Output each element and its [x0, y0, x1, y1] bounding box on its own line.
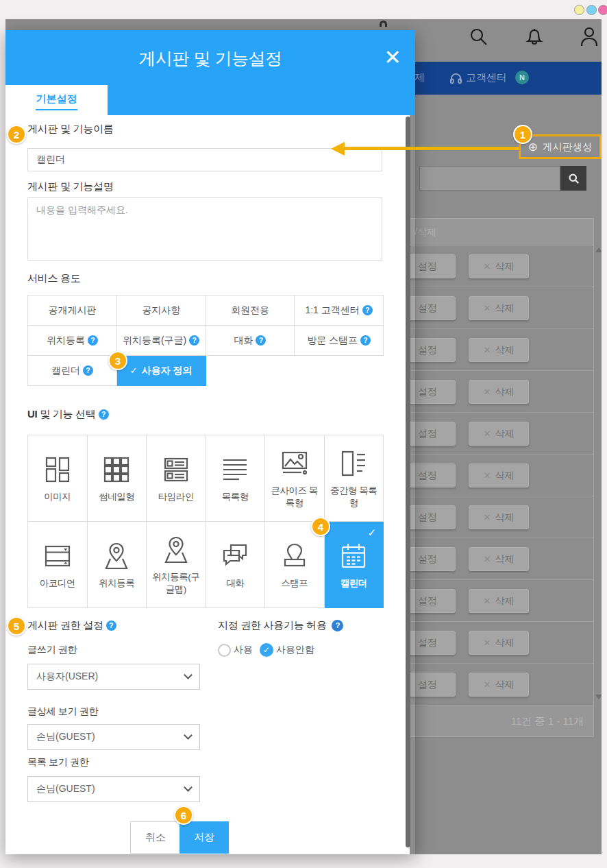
chevron-down-icon: [184, 671, 193, 679]
nav-item-customer-center[interactable]: 고객센터: [466, 71, 507, 84]
ui-option-10[interactable]: 대화: [206, 522, 266, 608]
service-option-5[interactable]: 위치등록?: [28, 326, 117, 356]
service-option-10[interactable]: ✓사용자 정의: [117, 356, 206, 386]
x-icon: ✕: [484, 429, 491, 439]
row-delete-button[interactable]: ✕삭제: [469, 589, 529, 613]
ui-select-label: UI 및 기능 선택?: [27, 408, 109, 421]
chevron-down-icon: [184, 731, 193, 740]
search-icon[interactable]: [467, 25, 489, 47]
ui-option-label: 큰사이즈 목록형: [267, 485, 322, 509]
ui-option-12[interactable]: 캘린더✓: [325, 522, 384, 608]
board-desc-textarea[interactable]: [27, 197, 382, 261]
ui-option-1[interactable]: 이미지: [28, 435, 88, 522]
service-option-label: 위치등록: [47, 335, 85, 347]
modal-scrollbar-thumb[interactable]: [406, 117, 410, 847]
scroll-up-icon[interactable]: [595, 248, 602, 252]
row-delete-label: 삭제: [495, 511, 514, 524]
plus-circle-icon: ⊕: [528, 141, 538, 153]
cancel-button[interactable]: 취소: [130, 821, 181, 854]
ui-option-4[interactable]: 목록형: [206, 435, 266, 522]
scroll-down-icon[interactable]: [595, 695, 602, 699]
service-option-label: 1:1 고객센터: [305, 304, 359, 317]
ui-option-label: 대화: [226, 577, 244, 590]
row-delete-button[interactable]: ✕삭제: [469, 547, 529, 571]
service-option-3[interactable]: 회원전용: [206, 296, 295, 326]
help-icon[interactable]: ?: [362, 305, 373, 315]
profile-icon[interactable]: [578, 25, 600, 47]
service-option-1[interactable]: 공개게시판: [28, 296, 117, 326]
list-view-permission-value: 손님(GUEST): [36, 783, 95, 795]
list-view-permission-select[interactable]: 손님(GUEST): [27, 776, 200, 802]
board-name-input[interactable]: [27, 148, 382, 171]
row-delete-button[interactable]: ✕삭제: [469, 338, 529, 362]
service-option-6[interactable]: 위치등록(구글)?: [117, 326, 206, 356]
service-option-label: 회원전용: [231, 304, 269, 317]
ui-option-9[interactable]: 위치등록(구글맵): [147, 522, 206, 608]
ui-option-3[interactable]: 타임라인: [147, 435, 206, 522]
detail-view-permission-select[interactable]: 손님(GUEST): [27, 724, 200, 750]
accordion-icon: [42, 541, 73, 571]
row-delete-button[interactable]: ✕삭제: [469, 422, 529, 446]
ui-option-5[interactable]: 큰사이즈 목록형: [265, 435, 325, 522]
row-delete-label: 삭제: [495, 344, 514, 357]
help-icon[interactable]: ?: [189, 335, 199, 346]
help-icon[interactable]: ?: [106, 620, 116, 631]
help-icon[interactable]: ?: [88, 335, 98, 346]
service-option-2[interactable]: 공지사항: [117, 296, 206, 326]
list-view-permission-label: 목록 보기 권한: [27, 756, 88, 769]
service-option-label: 캘린더: [51, 365, 80, 377]
ui-option-label: 위치등록(구글맵): [149, 571, 203, 596]
window-dot-blue[interactable]: [586, 5, 597, 15]
chevron-down-icon: [184, 783, 193, 792]
map-pin-google-icon: [161, 535, 191, 565]
radio-no-use-label[interactable]: 사용안함: [276, 644, 314, 656]
tab-basic-settings[interactable]: 기본설정: [5, 85, 108, 115]
board-search-button[interactable]: [560, 166, 586, 191]
window-dot-pink[interactable]: [598, 5, 607, 15]
service-option-7[interactable]: 대화?: [206, 326, 295, 356]
service-option-4[interactable]: 1:1 고객센터?: [295, 296, 384, 326]
nav-item-partial[interactable]: 제: [414, 71, 425, 84]
ui-option-label: 썸네일형: [99, 491, 134, 503]
board-permission-label-text: 게시판 권한 설정: [27, 619, 103, 631]
help-icon[interactable]: ?: [360, 335, 371, 346]
row-delete-button[interactable]: ✕삭제: [469, 380, 529, 404]
row-delete-button[interactable]: ✕삭제: [469, 254, 529, 278]
ui-option-label: 중간형 목록형: [327, 485, 382, 509]
search-icon: [568, 173, 580, 184]
row-delete-button[interactable]: ✕삭제: [469, 631, 529, 655]
write-permission-select[interactable]: 사용자(USER): [27, 664, 200, 690]
row-delete-button[interactable]: ✕삭제: [469, 505, 529, 529]
ui-option-7[interactable]: 아코디언: [28, 522, 88, 608]
help-icon[interactable]: ?: [332, 620, 343, 631]
service-option-8[interactable]: 방문 스탬프?: [295, 326, 384, 356]
radio-no-use-selected[interactable]: ✓: [260, 643, 273, 657]
help-icon[interactable]: ?: [83, 365, 93, 376]
close-icon[interactable]: ✕: [381, 47, 404, 70]
ui-option-label: 위치등록: [99, 577, 134, 590]
board-search-input[interactable]: [419, 166, 560, 191]
bell-icon[interactable]: [523, 25, 545, 47]
calendar-icon: [338, 541, 369, 571]
list-icon: [220, 455, 250, 485]
ui-option-label: 타임라인: [158, 491, 194, 503]
save-button[interactable]: 저장: [179, 821, 229, 854]
radio-use-unselected[interactable]: [218, 644, 231, 657]
service-option-9[interactable]: 캘린더?: [28, 356, 117, 386]
row-delete-button[interactable]: ✕삭제: [469, 296, 529, 320]
row-delete-button[interactable]: ✕삭제: [469, 463, 529, 487]
ui-option-label: 목록형: [222, 491, 249, 503]
chat-icon: [220, 541, 250, 571]
radio-use-label[interactable]: 사용: [234, 644, 253, 656]
window-dot-yellow[interactable]: [574, 5, 584, 15]
help-icon[interactable]: ?: [256, 335, 266, 346]
check-icon: ✓: [367, 527, 376, 539]
annotation-badge-5: 5: [7, 616, 26, 636]
ui-option-8[interactable]: 위치등록: [88, 522, 147, 608]
row-delete-label: 삭제: [495, 637, 514, 649]
ui-option-2[interactable]: 썸네일형: [88, 435, 147, 522]
ui-option-6[interactable]: 중간형 목록형: [325, 435, 384, 522]
help-icon[interactable]: ?: [99, 409, 109, 420]
row-delete-button[interactable]: ✕삭제: [469, 673, 529, 697]
ui-option-label: 스탬프: [281, 577, 308, 590]
